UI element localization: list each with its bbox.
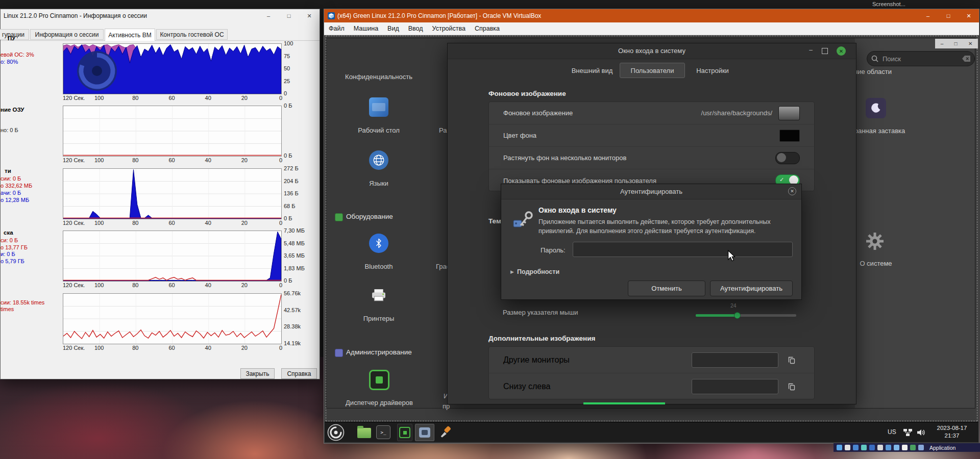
tray-icon[interactable] — [877, 445, 883, 450]
session-window-titlebar[interactable]: Linux 21.2.0 Pro Cinnamon - Информация о… — [1, 9, 320, 22]
x-axis-label: 80 — [132, 282, 138, 288]
disk-legend-read-total: о 13,77 ГБ — [1, 244, 28, 250]
languages-icon[interactable] — [369, 150, 388, 170]
stretch-background-label: Растянуть фон на несколько мониторов — [503, 154, 626, 162]
tab-session-info[interactable]: Информация о сессии — [30, 29, 104, 40]
search-input[interactable] — [881, 55, 962, 63]
menu-help[interactable]: Справка — [470, 25, 504, 32]
category-bluetooth[interactable]: Bluetooth — [335, 263, 422, 270]
bottom-left-input[interactable] — [692, 379, 778, 394]
other-monitors-input[interactable] — [692, 352, 778, 368]
category-languages[interactable]: Языки — [335, 180, 422, 187]
net-legend-title: ти — [5, 168, 11, 174]
vbox-titlebar[interactable]: (x64) Green Linux 21.2.0 Pro Cinnamon [Р… — [324, 9, 979, 22]
tray-icon[interactable] — [910, 445, 916, 450]
auth-dialog-titlebar[interactable]: Аутентифицировать ✕ — [501, 184, 801, 199]
printers-icon[interactable] — [369, 286, 388, 305]
pointer-size-slider[interactable] — [696, 314, 796, 317]
other-monitors-row: Другие мониторы — [489, 347, 814, 373]
background-color-swatch[interactable] — [779, 130, 800, 142]
menu-view[interactable]: Вид — [383, 25, 404, 32]
close-icon[interactable]: ✕ — [788, 187, 796, 195]
about-system-icon[interactable] — [865, 231, 885, 251]
vmexits-graph: 56.76k42.57k28.38k14.19k 120 Сек.1008060… — [63, 293, 321, 354]
tab-users[interactable]: Пользователи — [620, 63, 685, 78]
driver-manager-icon[interactable] — [369, 370, 389, 390]
slider-knob[interactable] — [734, 312, 741, 319]
maximize-button[interactable]: □ — [954, 41, 958, 46]
cancel-button[interactable]: Отменить — [628, 280, 705, 296]
menu-button[interactable] — [327, 424, 345, 441]
close-icon[interactable]: ✕ — [968, 41, 972, 46]
tray-icon[interactable] — [886, 445, 891, 450]
copy-icon[interactable] — [782, 379, 801, 394]
password-input[interactable] — [573, 242, 793, 257]
section-administration: Администрирование — [346, 348, 412, 356]
y-axis-label: 68 Б — [284, 203, 296, 209]
category-desktop[interactable]: Рабочий стол — [335, 126, 422, 134]
login-dialog-title: Окно входа в систему — [448, 47, 856, 55]
menu-input[interactable]: Ввод — [404, 25, 428, 32]
pointer-size-value: 24 — [730, 302, 737, 309]
tray-icon[interactable] — [853, 445, 859, 450]
close-button[interactable]: Закрыть — [240, 368, 275, 379]
category-privacy[interactable]: Конфиденциальность — [335, 73, 422, 81]
window-button-active[interactable] — [415, 424, 434, 441]
tab-appearance[interactable]: Внешний вид — [565, 63, 620, 78]
category-fragment-ra[interactable]: Ра — [439, 126, 447, 134]
keyboard-layout[interactable]: US — [888, 428, 896, 436]
background-image-preview-button[interactable] — [778, 106, 800, 120]
minimize-button[interactable]: – — [809, 46, 813, 54]
tray-icon[interactable] — [869, 445, 875, 450]
maximize-button[interactable]: □ — [938, 9, 959, 22]
tray-icon[interactable] — [845, 445, 850, 450]
close-icon[interactable]: ✕ — [299, 9, 320, 22]
login-dialog-titlebar[interactable]: Окно входа в систему – ✕ — [448, 43, 856, 59]
tab-guest-control[interactable]: Контроль гостевой ОС — [156, 29, 228, 40]
x-axis-label: 120 Сек. — [63, 95, 85, 101]
volume-icon[interactable] — [917, 429, 925, 436]
file-manager-icon[interactable] — [357, 425, 371, 438]
tray-icon[interactable] — [861, 445, 867, 450]
x-axis-label: 40 — [205, 220, 211, 226]
vbox-window-title: (x64) Green Linux 21.2.0 Pro Cinnamon [Р… — [337, 12, 541, 19]
clear-search-icon[interactable] — [962, 56, 970, 62]
network-plot — [63, 168, 282, 219]
bluetooth-icon[interactable] — [369, 234, 388, 253]
maximize-button[interactable] — [822, 48, 828, 54]
minimize-button[interactable]: – — [258, 9, 279, 22]
menu-machine[interactable]: Машина — [349, 25, 383, 32]
clock[interactable]: 2023-08-17 21:37 — [933, 424, 971, 440]
ram-x-axis: 120 Сек.100806040200 — [63, 157, 281, 164]
host-app-label: Application — [929, 445, 955, 451]
screensaver-icon[interactable] — [866, 98, 886, 118]
category-printers[interactable]: Принтеры — [335, 315, 422, 322]
screwdriver-icon[interactable] — [438, 424, 453, 441]
window-button-driver-manager[interactable] — [397, 424, 412, 441]
maximize-button[interactable]: □ — [279, 9, 299, 22]
network-icon[interactable] — [903, 429, 912, 436]
cpu-x-axis: 120 Сек.100806040200 — [63, 95, 281, 102]
copy-icon[interactable] — [782, 352, 801, 368]
background-image-label: Фоновое изображение — [503, 109, 573, 117]
minimize-button[interactable]: – — [941, 41, 944, 46]
details-expander[interactable]: ▶ Подробности — [510, 268, 559, 275]
stretch-background-toggle[interactable] — [775, 152, 800, 164]
help-button[interactable]: Справка — [281, 368, 317, 379]
minimize-button[interactable]: – — [918, 9, 938, 22]
tray-icon[interactable] — [902, 445, 908, 450]
close-icon[interactable]: ✕ — [959, 9, 979, 22]
menu-file[interactable]: Файл — [324, 25, 349, 32]
other-monitors-label: Другие мониторы — [503, 355, 570, 365]
tray-icon[interactable] — [918, 445, 924, 450]
category-driver-manager[interactable]: Диспетчер драйверов — [334, 399, 425, 406]
authenticate-button[interactable]: Аутентифицировать — [710, 280, 793, 296]
tab-vm-activity[interactable]: Активность ВМ — [105, 29, 155, 41]
terminal-icon[interactable]: >_ — [376, 425, 390, 439]
close-icon[interactable]: ✕ — [837, 46, 846, 56]
tab-settings[interactable]: Настройки — [685, 63, 740, 78]
tray-icon[interactable] — [837, 445, 842, 450]
menu-devices[interactable]: Устройства — [428, 25, 470, 32]
tray-icon[interactable] — [894, 445, 899, 450]
desktop-icon[interactable] — [369, 97, 388, 117]
